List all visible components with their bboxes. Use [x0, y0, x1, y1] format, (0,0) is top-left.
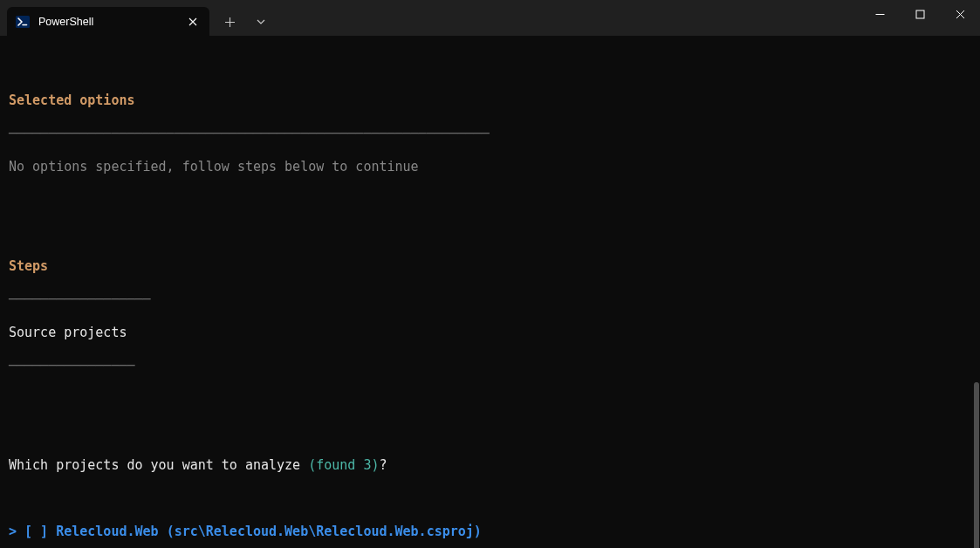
rule-line: ────────────────────────────────────────… [9, 126, 490, 141]
tab-close-button[interactable] [185, 14, 201, 30]
maximize-button[interactable] [900, 0, 940, 28]
title-bar: PowerShell [0, 0, 980, 36]
new-tab-button[interactable] [215, 8, 244, 36]
selected-options-heading: Selected options [9, 92, 135, 108]
tab-title: PowerShell [38, 16, 176, 28]
scrollbar-thumb[interactable] [974, 382, 979, 548]
steps-heading: Steps [9, 258, 48, 274]
tab-dropdown-button[interactable] [246, 8, 276, 36]
minimize-button[interactable] [860, 0, 900, 28]
step-source-projects: Source projects [9, 325, 127, 340]
rule-line: ────────────────── [9, 291, 151, 307]
terminal-output[interactable]: Selected options ───────────────────────… [0, 36, 980, 548]
window-controls [860, 0, 980, 36]
no-options-message: No options specified, follow steps below… [9, 159, 419, 175]
rule-line: ──────────────── [9, 358, 135, 373]
svg-rect-0 [16, 16, 30, 28]
tab-powershell[interactable]: PowerShell [7, 7, 209, 36]
window-close-button[interactable] [940, 0, 980, 28]
project-option-selected[interactable]: > [ ] Relecloud.Web (src\Relecloud.Web\R… [9, 524, 980, 540]
powershell-icon [16, 15, 30, 29]
analyze-prompt: Which projects do you want to analyze (f… [9, 457, 980, 474]
tab-strip: PowerShell [0, 0, 276, 36]
svg-rect-3 [916, 10, 924, 18]
